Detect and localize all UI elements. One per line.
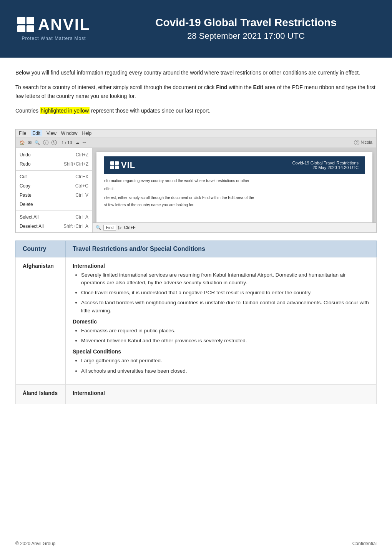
find-arrow: ▷ [118,225,121,230]
menu-item-cut[interactable]: CutCtrl+X [16,172,92,181]
footer-confidential: Confidential [352,541,377,546]
restrictions-table: Country Travel Restrictions and/or Speci… [15,241,377,404]
menu-view[interactable]: View [47,131,56,136]
intro-para1: Below you will find useful information r… [15,68,377,77]
toolbar-icon-edit[interactable]: ✏ [83,140,86,145]
menu-help[interactable]: Help [82,131,92,136]
find-label: Find [106,226,113,230]
pdf-page-body: nformation regarding every country aroun… [104,178,365,208]
logo-block-1 [17,17,25,24]
find-shortcut: Ctrl+F [124,225,135,230]
header-title: Covid-19 Global Travel Restrictions 28 S… [111,17,380,41]
page-header: ANVIL Protect What Matters Most Covid-19… [0,0,392,58]
logo-blocks [17,17,34,32]
find-icon: 🔍 [96,225,101,230]
pdf-viewer-screenshot: File Edit View Window Help 🏠 ✉ 🔍 i ↻ 1 /… [15,129,377,233]
highlight-yellow: highlighted in yellow [40,107,90,114]
list-item: Movement between Kabul and the other pro… [81,337,369,345]
list-item: Large gatherings are not permitted. [81,357,369,365]
pdf-page-header: VIL Covid-19 Global Travel Restrictions … [104,156,365,174]
toolbar-icon-nav: ↻ [51,140,57,145]
logo-icon: ANVIL [17,17,90,33]
section-title: International [73,263,369,269]
divider-1 [16,170,92,171]
logo-area: ANVIL Protect What Matters Most [12,17,96,41]
nicola-badge: ? Nicola [354,140,372,145]
pdf-body-line3: nterest, either simply scroll through th… [104,195,365,201]
intro-para2: To search for a country of interest, eit… [15,83,377,100]
divider-2 [16,211,92,211]
pdf-body-line4: st few letters of the country name you a… [104,202,365,208]
country-cell: Afghanistan [16,257,66,384]
menu-item-copy[interactable]: CopyCtrl+C [16,181,92,191]
toolbar-icon-cloud[interactable]: ☁ [75,140,80,145]
pdf-logo-area: VIL [110,160,135,170]
menu-item-paste[interactable]: PasteCtrl+V [16,191,92,200]
list-item: Access to land borders with neighbouring… [81,299,369,315]
country-name: Afghanistan [23,263,54,269]
pdf-page-logo: VIL [121,160,135,170]
report-title-line1: Covid-19 Global Travel Restrictions [111,17,380,29]
table-section: Country Travel Restrictions and/or Speci… [15,241,377,404]
table-row: AfghanistanInternationalSeverely limited… [16,257,377,384]
menu-item-undo[interactable]: UndoCtrl+Z [16,150,92,159]
menu-item-delete[interactable]: Delete [16,200,92,209]
menu-item-deselect-all[interactable]: Deselect AllShift+Ctrl+A [16,222,92,231]
pdf-menu-bar: File Edit View Window Help [16,129,376,138]
pdf-body-line2: effect. [104,186,365,192]
find-button[interactable]: Find [103,225,116,231]
country-cell: Åland Islands [16,384,66,404]
pdf-context-menu: UndoCtrl+Z RedoShift+Ctrl+Z CutCtrl+X Co… [16,148,93,232]
menu-file[interactable]: File [19,131,26,136]
section-title: International [73,390,369,396]
page-info: 1 / 13 [61,140,72,145]
list-item: All schools and universities have been c… [81,367,369,375]
toolbar-icon-info: i [43,140,48,145]
toolbar-icon-home[interactable]: 🏠 [20,140,25,145]
menu-item-redo[interactable]: RedoShift+Ctrl+Z [16,159,92,169]
bullet-list: Severely limited international services … [73,271,369,315]
col-restrictions: Travel Restrictions and/or Special Condi… [66,241,377,257]
report-title-line2: 28 September 2021 17:00 UTC [111,31,380,41]
section-title: Domestic [73,318,369,325]
page-footer: © 2020 Anvil Group Confidential [15,537,377,546]
pdf-page-title: Covid-19 Global Travel Restrictions 20 M… [135,161,359,170]
list-item: Facemasks are required in public places. [81,327,369,335]
logo-block-4 [27,25,35,33]
col-country: Country [16,241,66,257]
country-name: Åland Islands [23,390,58,396]
logo-tagline: Protect What Matters Most [22,36,86,41]
pdf-page: VIL Covid-19 Global Travel Restrictions … [96,152,372,229]
table-header-row: Country Travel Restrictions and/or Speci… [16,241,377,257]
pdf-find-bar: 🔍 Find ▷ Ctrl+F [93,222,376,232]
pdf-toolbar: 🏠 ✉ 🔍 i ↻ 1 / 13 ☁ ✏ ? Nicola [16,138,376,148]
menu-edit[interactable]: Edit [31,130,42,136]
intro-para3: Countries highlighted in yellow represen… [15,106,377,115]
logo-block-3 [17,25,25,33]
restrictions-cell: International [66,384,377,404]
toolbar-icon-search[interactable]: 🔍 [35,140,40,145]
logo-text: ANVIL [38,17,90,33]
find-emphasis: Find [216,84,228,90]
footer-copyright: © 2020 Anvil Group [15,541,55,546]
pdf-content-area: VIL Covid-19 Global Travel Restrictions … [93,148,376,232]
list-item: Once travel resumes, it is understood th… [81,289,369,297]
toolbar-icon-print[interactable]: ✉ [28,140,32,145]
restrictions-cell: InternationalSeverely limited internatio… [66,257,377,384]
logo-block-2 [27,17,35,24]
menu-window[interactable]: Window [61,131,78,136]
bullet-list: Large gatherings are not permitted.All s… [73,357,369,375]
bullet-list: Facemasks are required in public places.… [73,327,369,345]
section-title: Special Conditions [73,348,369,355]
table-row: Åland IslandsInternational [16,384,377,404]
pdf-body: UndoCtrl+Z RedoShift+Ctrl+Z CutCtrl+X Co… [16,148,376,232]
menu-item-select-all[interactable]: Select AllCtrl+A [16,212,92,222]
list-item: Severely limited international services … [81,271,369,287]
edit-emphasis: Edit [253,84,263,90]
pdf-body-line1: nformation regarding every country aroun… [104,178,365,184]
intro-section: Below you will find useful information r… [0,58,392,125]
